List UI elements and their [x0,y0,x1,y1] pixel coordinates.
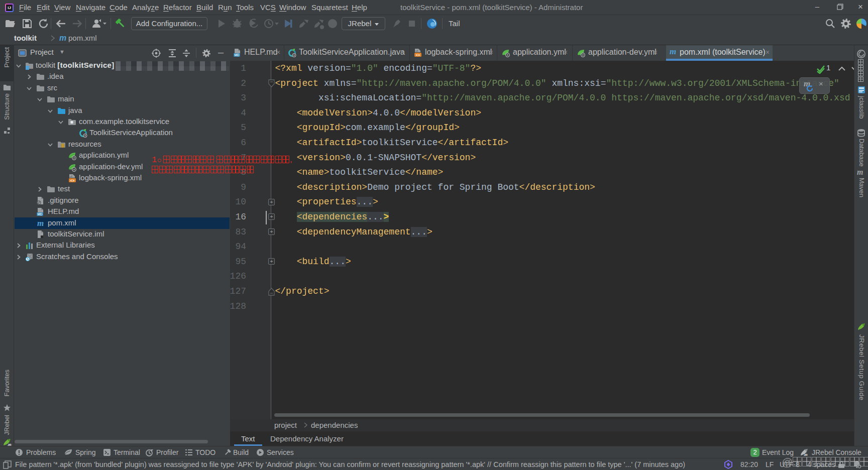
svg-text:<>: <> [70,179,74,183]
svg-text:m: m [37,219,44,227]
svg-text:<>: <> [416,53,420,57]
svg-text:MD: MD [37,212,42,216]
